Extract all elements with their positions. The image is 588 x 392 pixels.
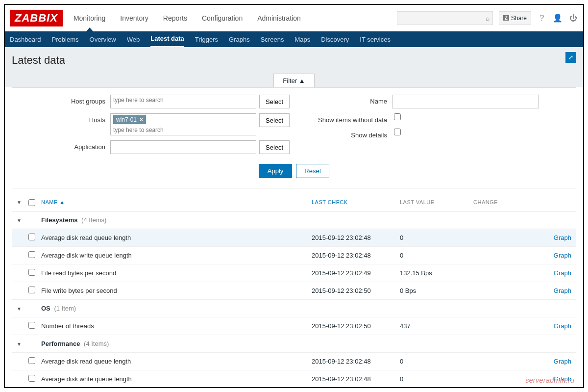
collapse-icon[interactable]: ▼ bbox=[17, 341, 22, 347]
graph-link[interactable]: Graph bbox=[547, 358, 571, 365]
user-icon[interactable]: 👤 bbox=[553, 13, 563, 23]
name-label: Name bbox=[294, 95, 392, 105]
sub-nav: Dashboard Problems Overview Web Latest d… bbox=[5, 31, 583, 47]
logo: ZABBIX bbox=[10, 10, 63, 26]
host-tag-label: win7-01 bbox=[116, 116, 137, 123]
item-name: Average disk write queue length bbox=[41, 252, 312, 259]
subnav-overview[interactable]: Overview bbox=[90, 32, 116, 47]
share-button[interactable]: ZShare bbox=[499, 11, 531, 25]
item-last-check: 2015-09-12 23:02:48 bbox=[312, 375, 400, 383]
data-table: ▼ NAME ▲ LAST CHECK LAST VALUE CHANGE ▼F… bbox=[12, 195, 576, 388]
application-field[interactable] bbox=[113, 142, 253, 149]
filter-panel: Host groups Select Hosts win7-01× Select… bbox=[12, 87, 576, 188]
subnav-discovery[interactable]: Discovery bbox=[321, 32, 349, 47]
show-without-data-label: Show items without data bbox=[294, 113, 392, 124]
group-row: ▼Performance (4 Items) bbox=[12, 335, 576, 353]
search-input[interactable] bbox=[400, 15, 486, 22]
group-name: OS bbox=[41, 305, 50, 312]
fullscreen-button[interactable]: ⤢ bbox=[565, 52, 576, 63]
item-name: Average disk write queue length bbox=[41, 375, 312, 383]
apply-button[interactable]: Apply bbox=[259, 164, 293, 178]
item-checkbox[interactable] bbox=[28, 251, 35, 258]
item-checkbox[interactable] bbox=[28, 234, 35, 240]
item-name: Average disk read queue length bbox=[41, 234, 312, 241]
host-tag[interactable]: win7-01× bbox=[113, 115, 146, 124]
group-count: (1 Item) bbox=[52, 305, 76, 312]
col-last-check[interactable]: LAST CHECK bbox=[312, 199, 400, 207]
page-title: Latest data bbox=[12, 54, 576, 67]
collapse-icon[interactable]: ▼ bbox=[17, 306, 22, 312]
power-icon[interactable]: ⏻ bbox=[568, 14, 578, 23]
item-checkbox[interactable] bbox=[28, 322, 35, 329]
subnav-maps[interactable]: Maps bbox=[294, 32, 310, 47]
graph-link[interactable]: Graph bbox=[547, 322, 571, 330]
nav-monitoring[interactable]: Monitoring bbox=[74, 5, 105, 31]
hosts-label: Hosts bbox=[42, 113, 110, 124]
group-row: ▼Filesystems (4 Items) bbox=[12, 211, 576, 229]
subnav-it-services[interactable]: IT services bbox=[360, 32, 391, 47]
nav-inventory[interactable]: Inventory bbox=[120, 5, 148, 31]
name-input[interactable] bbox=[392, 95, 539, 108]
subnav-graphs[interactable]: Graphs bbox=[229, 32, 250, 47]
graph-link[interactable]: Graph bbox=[547, 269, 571, 277]
item-row: File read bytes per second2015-09-12 23:… bbox=[12, 264, 576, 282]
graph-link[interactable]: Graph bbox=[547, 287, 571, 294]
item-last-check: 2015-09-12 23:02:48 bbox=[312, 252, 400, 259]
application-input[interactable] bbox=[110, 140, 256, 154]
collapse-all-icon[interactable]: ▼ bbox=[17, 200, 22, 205]
application-label: Application bbox=[42, 140, 110, 151]
graph-link[interactable]: Graph bbox=[547, 252, 571, 259]
col-last-value: LAST VALUE bbox=[400, 199, 473, 207]
hosts-input[interactable]: win7-01× bbox=[110, 113, 256, 135]
search-box[interactable]: ⌕ bbox=[397, 11, 493, 25]
item-last-value: 132.15 Bps bbox=[400, 269, 473, 277]
hosts-field[interactable] bbox=[113, 127, 253, 133]
item-row: Number of threads2015-09-12 23:02:50437G… bbox=[12, 317, 576, 335]
hosts-select-button[interactable]: Select bbox=[259, 113, 290, 127]
item-last-check: 2015-09-12 23:02:48 bbox=[312, 234, 400, 241]
graph-link[interactable]: Graph bbox=[547, 234, 571, 241]
item-checkbox[interactable] bbox=[28, 357, 35, 364]
host-groups-field[interactable] bbox=[113, 97, 253, 104]
nav-configuration[interactable]: Configuration bbox=[202, 5, 243, 31]
application-select-button[interactable]: Select bbox=[259, 140, 290, 154]
search-icon[interactable]: ⌕ bbox=[486, 14, 490, 22]
item-name: Number of threads bbox=[41, 322, 312, 330]
item-checkbox[interactable] bbox=[28, 287, 35, 293]
item-row: Average disk write queue length2015-09-1… bbox=[12, 247, 576, 264]
host-groups-select-button[interactable]: Select bbox=[259, 95, 290, 108]
subnav-triggers[interactable]: Triggers bbox=[195, 32, 218, 47]
group-row: ▼OS (1 Item) bbox=[12, 300, 576, 317]
host-tag-remove-icon[interactable]: × bbox=[140, 116, 143, 123]
item-last-value: 0 bbox=[400, 358, 473, 365]
collapse-icon[interactable]: ▼ bbox=[17, 218, 22, 223]
item-checkbox[interactable] bbox=[28, 375, 35, 382]
filter-toggle[interactable]: Filter ▲ bbox=[273, 74, 314, 87]
host-groups-input[interactable] bbox=[110, 95, 256, 108]
item-name: File read bytes per second bbox=[41, 269, 312, 277]
reset-button[interactable]: Reset bbox=[296, 164, 329, 178]
item-last-value: 0 bbox=[400, 234, 473, 241]
select-all-checkbox[interactable] bbox=[28, 199, 35, 206]
help-icon[interactable]: ? bbox=[537, 14, 547, 23]
nav-reports[interactable]: Reports bbox=[163, 5, 187, 31]
item-checkbox[interactable] bbox=[28, 269, 35, 276]
nav-administration[interactable]: Administration bbox=[257, 5, 301, 31]
show-without-data-checkbox[interactable] bbox=[394, 113, 401, 120]
col-name[interactable]: NAME ▲ bbox=[41, 199, 312, 207]
item-last-value: 437 bbox=[400, 322, 473, 330]
topbar: ZABBIX Monitoring Inventory Reports Conf… bbox=[5, 5, 583, 31]
item-last-value: 0 bbox=[400, 252, 473, 259]
graph-link[interactable]: Graph bbox=[547, 375, 571, 383]
item-last-value: 0 Bps bbox=[400, 287, 473, 294]
subnav-latest-data[interactable]: Latest data bbox=[150, 31, 184, 48]
subnav-dashboard[interactable]: Dashboard bbox=[10, 32, 41, 47]
table-header: ▼ NAME ▲ LAST CHECK LAST VALUE CHANGE bbox=[12, 195, 576, 211]
item-row: Average disk read queue length2015-09-12… bbox=[12, 353, 576, 370]
subnav-web[interactable]: Web bbox=[127, 32, 140, 47]
subnav-problems[interactable]: Problems bbox=[52, 32, 79, 47]
show-details-checkbox[interactable] bbox=[394, 129, 401, 135]
item-last-check: 2015-09-12 23:02:50 bbox=[312, 322, 400, 330]
name-field[interactable] bbox=[395, 97, 536, 104]
subnav-screens[interactable]: Screens bbox=[261, 32, 284, 47]
